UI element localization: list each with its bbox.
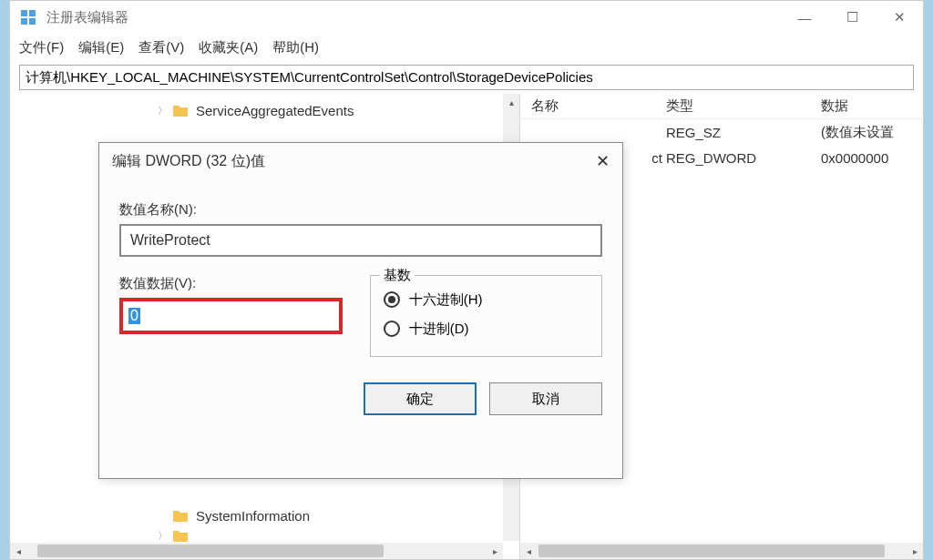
minimize-button[interactable]: —	[781, 1, 828, 34]
scroll-up-icon[interactable]: ▴	[503, 94, 519, 110]
svg-rect-2	[21, 18, 27, 25]
base-legend: 基数	[380, 267, 415, 284]
tree-bottom-items: SystemInformation 〉	[10, 503, 503, 543]
radio-hex-label: 十六进制(H)	[409, 291, 483, 309]
tree-hscrollbar[interactable]: ◂ ▸	[10, 543, 503, 559]
radio-icon	[384, 291, 400, 308]
radio-dec[interactable]: 十进制(D)	[384, 314, 589, 343]
col-header-data[interactable]: 数据	[821, 97, 923, 115]
tree-item-label: ServiceAggregatedEvents	[196, 103, 354, 118]
radio-icon	[384, 321, 400, 337]
list-row[interactable]: REG_SZ (数值未设置	[520, 119, 923, 145]
value-data-input-highlight: 0	[119, 298, 343, 334]
expand-icon[interactable]	[156, 510, 169, 521]
scroll-right-icon[interactable]: ▸	[487, 546, 503, 556]
tree-item-partial[interactable]: 〉	[10, 528, 503, 543]
radio-hex[interactable]: 十六进制(H)	[384, 285, 589, 314]
dialog-buttons: 确定 取消	[99, 366, 622, 432]
menu-view[interactable]: 查看(V)	[138, 39, 184, 56]
col-header-type[interactable]: 类型	[666, 97, 821, 115]
address-bar[interactable]: 计算机\HKEY_LOCAL_MACHINE\SYSTEM\CurrentCon…	[19, 65, 914, 90]
menu-edit[interactable]: 编辑(E)	[78, 39, 124, 56]
tree-item[interactable]: SystemInformation	[10, 503, 503, 528]
edit-dword-dialog: 编辑 DWORD (32 位)值 ✕ 数值名称(N): 数值数据(V): 0 基…	[98, 142, 623, 479]
radio-dec-label: 十进制(D)	[409, 321, 469, 338]
menu-help[interactable]: 帮助(H)	[272, 39, 319, 56]
ok-button[interactable]: 确定	[364, 382, 477, 415]
folder-icon	[172, 508, 189, 523]
folder-icon	[172, 528, 189, 543]
dialog-close-button[interactable]: ✕	[596, 151, 610, 171]
menubar: 文件(F) 编辑(E) 查看(V) 收藏夹(A) 帮助(H)	[10, 34, 923, 61]
col-header-name[interactable]: 名称	[520, 97, 666, 115]
address-text: 计算机\HKEY_LOCAL_MACHINE\SYSTEM\CurrentCon…	[26, 69, 593, 87]
dialog-titlebar: 编辑 DWORD (32 位)值 ✕	[99, 143, 622, 179]
dialog-title: 编辑 DWORD (32 位)值	[112, 152, 596, 171]
scroll-right-icon[interactable]: ▸	[907, 546, 923, 556]
value-name-label: 数值名称(N):	[119, 201, 602, 219]
scroll-left-icon[interactable]: ◂	[10, 546, 26, 556]
tree-list: 〉 ServiceAggregatedEvents	[10, 94, 519, 123]
tree-item-label: SystemInformation	[196, 508, 310, 524]
svg-rect-0	[21, 10, 27, 16]
expand-icon[interactable]: 〉	[156, 104, 169, 117]
menu-file[interactable]: 文件(F)	[19, 39, 64, 56]
scroll-thumb[interactable]	[37, 545, 384, 557]
list-cell-type: REG_DWORD	[666, 150, 821, 166]
tree-item[interactable]: 〉 ServiceAggregatedEvents	[10, 97, 519, 123]
maximize-button[interactable]: ☐	[828, 1, 876, 34]
scroll-thumb[interactable]	[538, 545, 885, 557]
regedit-icon	[19, 8, 37, 26]
dialog-body: 数值名称(N): 数值数据(V): 0 基数 十六进制(H) 十进制(D)	[99, 179, 622, 366]
folder-icon	[172, 103, 189, 117]
window-controls: — ☐ ✕	[781, 1, 923, 34]
titlebar: 注册表编辑器 — ☐ ✕	[10, 1, 923, 34]
menu-favorites[interactable]: 收藏夹(A)	[199, 39, 258, 56]
svg-rect-1	[29, 10, 36, 16]
value-data-label: 数值数据(V):	[119, 275, 343, 292]
list-cell-data: (数值未设置	[821, 124, 923, 141]
base-fieldset: 基数 十六进制(H) 十进制(D)	[370, 275, 602, 357]
window-title: 注册表编辑器	[46, 9, 781, 26]
scroll-left-icon[interactable]: ◂	[520, 546, 537, 556]
list-header: 名称 类型 数据	[520, 94, 923, 119]
list-hscrollbar[interactable]: ◂ ▸	[520, 543, 923, 559]
close-button[interactable]: ✕	[876, 1, 923, 34]
expand-icon[interactable]: 〉	[156, 529, 169, 543]
list-cell-data: 0x0000000	[821, 150, 923, 166]
cancel-button[interactable]: 取消	[489, 382, 602, 415]
value-name-input[interactable]	[119, 224, 602, 257]
list-cell-type: REG_SZ	[666, 125, 821, 140]
value-data-input[interactable]: 0	[128, 308, 140, 324]
svg-rect-3	[29, 18, 36, 25]
